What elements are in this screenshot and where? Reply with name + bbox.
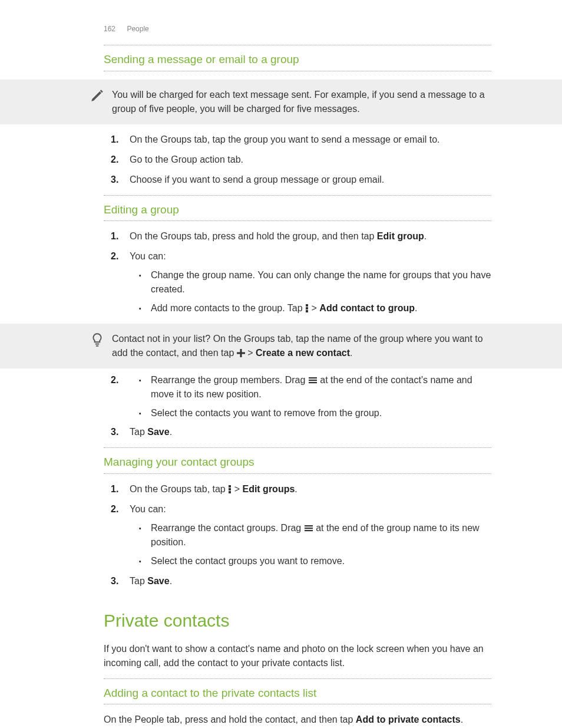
svg-rect-1 <box>306 307 308 309</box>
svg-rect-8 <box>309 380 317 381</box>
steps-editing: On the Groups tab, press and hold the gr… <box>104 229 491 315</box>
svg-rect-12 <box>229 491 231 493</box>
list-item: Tap Save. <box>130 574 491 588</box>
note-callout: You will be charged for each text messag… <box>0 80 562 124</box>
list-item: Tap Save. <box>130 425 491 439</box>
tip-callout: Contact not in your list? On the Groups … <box>0 324 562 368</box>
list-item: Select the contacts you want to remove f… <box>151 406 491 420</box>
list-item: On the Groups tab, tap > Edit groups. <box>130 482 491 496</box>
steps-sending: On the Groups tab, tap the group you wan… <box>104 133 491 187</box>
heading-sending-message: Sending a message or email to a group <box>104 45 491 71</box>
list-item: Change the group name. You can only chan… <box>151 268 491 297</box>
svg-rect-2 <box>306 310 308 312</box>
lightbulb-icon <box>90 332 105 347</box>
svg-rect-9 <box>309 382 317 383</box>
plus-icon <box>237 349 245 357</box>
drag-handle-icon <box>304 523 313 533</box>
svg-rect-0 <box>306 304 308 307</box>
svg-rect-14 <box>305 528 313 529</box>
heading-private-contacts: Private contacts <box>104 597 491 634</box>
list-item: Go to the Group action tab. <box>130 153 491 167</box>
steps-editing-cont: Rearrange the group members. Drag at the… <box>104 373 491 439</box>
list-item: Choose if you want to send a group messa… <box>130 173 491 187</box>
svg-rect-7 <box>309 377 317 378</box>
svg-rect-15 <box>305 530 313 531</box>
page-number: 162 <box>104 25 115 33</box>
list-item: Rearrange the group members. Drag at the… <box>151 373 491 401</box>
drag-handle-icon <box>308 375 318 385</box>
pencil-icon <box>90 88 105 103</box>
list-item: On the Groups tab, tap the group you wan… <box>130 133 491 147</box>
svg-rect-13 <box>305 525 313 526</box>
svg-rect-10 <box>229 485 231 487</box>
heading-managing-groups: Managing your contact groups <box>104 447 491 474</box>
svg-rect-11 <box>229 488 231 490</box>
list-item: Add more contacts to the group. Tap > Ad… <box>151 301 491 315</box>
list-item: Rearrange the contact groups. Drag at th… <box>151 521 491 549</box>
heading-adding-private: Adding a contact to the private contacts… <box>104 678 491 705</box>
list-item: Select the contact groups you want to re… <box>151 554 491 568</box>
paragraph: If you don't want to show a contact's na… <box>104 642 491 670</box>
list-item: You can: Rearrange the contact groups. D… <box>130 502 491 568</box>
list-item: On the Groups tab, press and hold the gr… <box>130 229 491 243</box>
note-text: You will be charged for each text messag… <box>112 90 485 114</box>
list-item: You can: Change the group name. You can … <box>130 249 491 315</box>
section-name: People <box>127 25 148 33</box>
heading-editing-group: Editing a group <box>104 195 491 222</box>
paragraph: On the People tab, press and hold the co… <box>104 713 491 727</box>
steps-managing: On the Groups tab, tap > Edit groups. Yo… <box>104 482 491 588</box>
page-header: 162 People <box>104 24 491 34</box>
svg-rect-6 <box>237 353 245 354</box>
